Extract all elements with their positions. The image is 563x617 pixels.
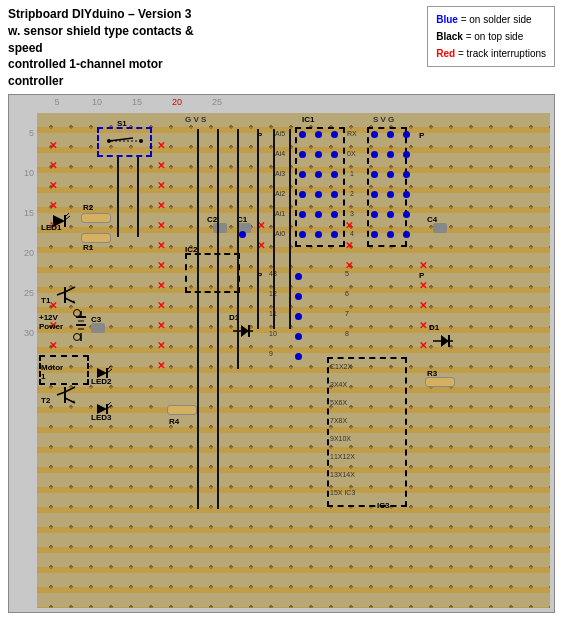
- red-x-fr5: ✕: [419, 341, 427, 351]
- strip-3: [37, 167, 550, 173]
- 4-label: 4: [350, 230, 354, 237]
- led1-label: LED1: [41, 223, 61, 232]
- pair-15ic3: 15X IC3: [330, 489, 355, 496]
- svg-line-10: [65, 287, 75, 292]
- red-x-m2: ✕: [157, 161, 165, 171]
- r3-label: R3: [427, 369, 437, 378]
- 3-label: 3: [350, 210, 354, 217]
- pair-13x14x: 13X14X: [330, 471, 355, 478]
- blue-dot-5: [315, 151, 322, 158]
- pair-c1x2x: C1X2X: [330, 363, 352, 370]
- row-20: 20: [9, 233, 37, 273]
- pair-3x4x: 3X4X: [330, 381, 347, 388]
- legend-black-label: Black: [436, 31, 463, 42]
- blue-dot-8: [315, 171, 322, 178]
- strip-9: [37, 287, 550, 293]
- red-x-fr1: ✕: [419, 261, 427, 271]
- strip-14: [37, 387, 550, 393]
- red-x-2: ✕: [49, 161, 57, 171]
- motor-label: Motor1: [41, 363, 63, 381]
- svg-line-27: [57, 392, 65, 395]
- blue-dot-2s2: [295, 293, 302, 300]
- r4-body: [167, 405, 197, 415]
- blue-dot-14: [315, 211, 322, 218]
- row-15: 15: [9, 193, 37, 233]
- power-label: +12VPower: [39, 313, 63, 331]
- strip-20: [37, 507, 550, 513]
- legend-black-desc: = on top side: [463, 31, 523, 42]
- wire-gvs-v1: [257, 129, 259, 329]
- r1-body: [81, 233, 111, 243]
- r2-body: [81, 213, 111, 223]
- wire-main-v3: [237, 129, 239, 369]
- blue-dot-15: [331, 211, 338, 218]
- blue-dot-12: [331, 191, 338, 198]
- red-x-m7: ✕: [157, 261, 165, 271]
- legend-box: Blue = on solder side Black = on top sid…: [427, 6, 555, 67]
- red-x-fr3: ✕: [419, 301, 427, 311]
- red-x-m10: ✕: [157, 321, 165, 331]
- n10: 10: [269, 330, 277, 337]
- col-10: 10: [77, 97, 117, 107]
- legend-black-line: Black = on top side: [436, 28, 546, 45]
- col-20: 20: [157, 97, 197, 107]
- blue-dot-r5: [387, 151, 394, 158]
- legend-red-desc: = track interruptions: [455, 48, 546, 59]
- strip-16: [37, 427, 550, 433]
- strip-10: [37, 307, 550, 313]
- red-x-m6: ✕: [157, 241, 165, 251]
- 0x-label: 0X: [347, 150, 356, 157]
- strip-19: [37, 487, 550, 493]
- svg-top-right: S V G: [373, 115, 394, 124]
- wire-main-v1: [197, 129, 199, 509]
- c2-body: [213, 223, 227, 233]
- pin-circle-2: [73, 333, 81, 341]
- c3-body: [91, 323, 105, 333]
- led3-label: LED3: [91, 413, 111, 422]
- strip-12: [37, 347, 550, 353]
- strip-24: [37, 587, 550, 593]
- wire-s1-2: [137, 157, 139, 237]
- red-x-8: ✕: [49, 341, 57, 351]
- title-line1: Stripboard DIYduino – Version 3: [8, 7, 191, 21]
- title-block: Stripboard DIYduino – Version 3 w. senso…: [8, 6, 218, 90]
- ic2-label: IC2: [185, 245, 197, 254]
- red-x-4: ✕: [49, 201, 57, 211]
- title-line3: controlled 1-channel motor controller: [8, 57, 163, 88]
- ai5-label: Ai5: [275, 130, 285, 137]
- blue-dot-9: [331, 171, 338, 178]
- blue-dot-r16: [371, 231, 378, 238]
- blue-dot-r13: [371, 211, 378, 218]
- strip-21: [37, 527, 550, 533]
- blue-dot-2: [315, 131, 322, 138]
- blue-dot-r15: [403, 211, 410, 218]
- c4-body: [433, 223, 447, 233]
- n5: 5: [345, 270, 349, 277]
- title-line2: w. sensor shield type contacts & speed: [8, 24, 194, 55]
- blue-dot-r12: [403, 191, 410, 198]
- blue-dot-r7: [371, 171, 378, 178]
- d1-right-label: D1: [429, 323, 439, 332]
- ai2-label: Ai2: [275, 190, 285, 197]
- svg-marker-20: [241, 325, 249, 337]
- pair-7x8x: 7X8X: [330, 417, 347, 424]
- blue-dot-mid: [239, 231, 246, 238]
- t1-symbol: [55, 285, 77, 309]
- 1-label: 1: [350, 170, 354, 177]
- n8: 8: [345, 330, 349, 337]
- right-header-box: [367, 127, 407, 247]
- ai1-label: Ai1: [275, 210, 285, 217]
- t1-label: T1: [41, 296, 50, 305]
- header-area: Stripboard DIYduino – Version 3 w. senso…: [0, 0, 563, 94]
- legend-blue-label: Blue: [436, 14, 458, 25]
- blue-dot-18: [331, 231, 338, 238]
- blue-dot-r1: [371, 131, 378, 138]
- s1-symbol: [105, 134, 145, 148]
- blue-dot-1: [299, 131, 306, 138]
- led2-label: LED2: [91, 377, 111, 386]
- strip-23: [37, 567, 550, 573]
- svg-line-28: [65, 387, 75, 392]
- ai0-label: Ai0: [275, 230, 285, 237]
- blue-dot-13: [299, 211, 306, 218]
- blue-dot-r4: [371, 151, 378, 158]
